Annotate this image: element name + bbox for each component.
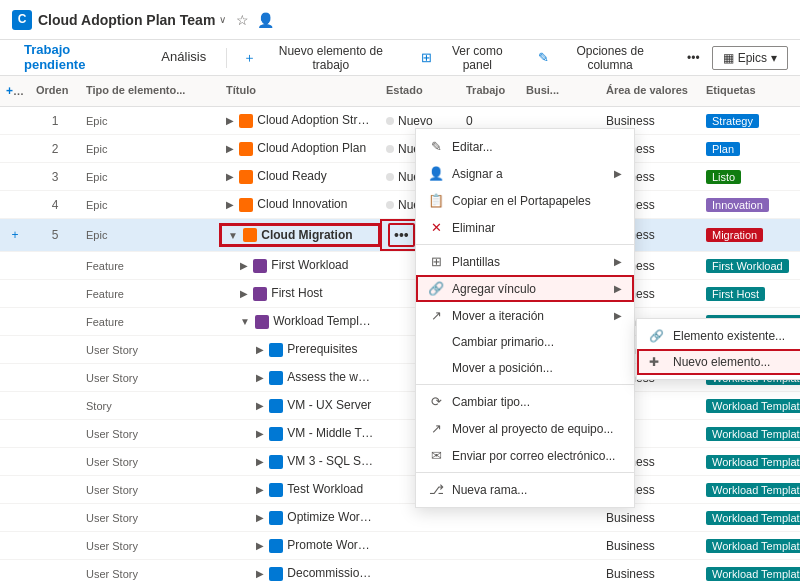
expand-icon[interactable]: ▶ xyxy=(256,512,264,523)
table-row[interactable]: User Story ▶ VM 3 - SQL Server Business … xyxy=(0,448,800,476)
expand-icon[interactable]: ▶ xyxy=(240,260,248,271)
row-title: ▶ Cloud Innovation xyxy=(220,195,380,214)
team-chevron-icon[interactable]: ∨ xyxy=(219,14,226,25)
table-row[interactable]: User Story ▶ VM - Middle Tier Workload T… xyxy=(0,420,800,448)
story-icon xyxy=(269,343,283,357)
menu-new-branch[interactable]: ⎇ Nueva rama... xyxy=(416,476,634,503)
table-row[interactable]: 2 Epic ▶ Cloud Adoption Plan Nuevo 0 Bus… xyxy=(0,135,800,163)
row-status xyxy=(380,516,460,520)
row-order xyxy=(30,376,80,380)
more-options-button[interactable]: ••• xyxy=(679,47,708,69)
submenu-new-element[interactable]: ✚ Nuevo elemento... xyxy=(637,349,800,375)
expand-icon[interactable]: ▶ xyxy=(256,428,264,439)
menu-send-email[interactable]: ✉ Enviar por correo electrónico... xyxy=(416,442,634,469)
menu-change-type[interactable]: ⟳ Cambiar tipo... xyxy=(416,388,634,415)
column-options-button[interactable]: ✎ Opciones de columna xyxy=(530,40,675,76)
expand-icon[interactable]: ▶ xyxy=(256,484,264,495)
table-row[interactable]: Story ▶ VM - UX Server Workload Template xyxy=(0,392,800,420)
expand-icon[interactable]: ▶ xyxy=(256,400,264,411)
row-tag: Innovation xyxy=(700,196,800,214)
tab-trabajo-pendiente[interactable]: Trabajo pendiente xyxy=(12,36,145,80)
menu-move-iteration[interactable]: ↗ Mover a iteración ▶ xyxy=(416,302,634,329)
row-type: User Story xyxy=(80,482,220,498)
epics-button[interactable]: ▦ Epics ▾ xyxy=(712,46,788,70)
table-row[interactable]: User Story ▶ Promote Workload Business W… xyxy=(0,532,800,560)
view-as-panel-label: Ver como panel xyxy=(436,44,518,72)
expand-icon[interactable]: ▶ xyxy=(226,115,234,126)
story-icon xyxy=(269,511,283,525)
menu-templates[interactable]: ⊞ Plantillas ▶ xyxy=(416,248,634,275)
move-proj-icon: ↗ xyxy=(428,421,444,436)
context-menu-trigger[interactable]: ••• xyxy=(388,223,415,247)
change-type-icon: ⟳ xyxy=(428,394,444,409)
row-tag: Strategy xyxy=(700,112,800,130)
menu-move-project-label: Mover al proyecto de equipo... xyxy=(452,422,613,436)
tab-analisis[interactable]: Análisis xyxy=(149,43,218,72)
row-actions xyxy=(0,348,30,352)
expand-icon[interactable]: ▶ xyxy=(256,540,264,551)
row-actions xyxy=(0,264,30,268)
row-tag: Workload Template xyxy=(700,481,800,499)
expand-icon[interactable]: ▶ xyxy=(226,171,234,182)
table-row-cloud-migration[interactable]: + 5 Epic ▼ Cloud Migration ••• Nuevo 0 B… xyxy=(0,219,800,252)
expand-icon[interactable]: ▼ xyxy=(240,316,250,327)
row-title-migration: ▼ Cloud Migration xyxy=(220,224,380,247)
table-row[interactable]: Feature ▶ First Host Business First Host xyxy=(0,280,800,308)
expand-icon[interactable]: ▼ xyxy=(228,230,238,241)
toolbar-right: ▦ Epics ▾ xyxy=(712,46,788,70)
table-row[interactable]: 1 Epic ▶ Cloud Adoption Strategy Nuevo 0… xyxy=(0,107,800,135)
row-actions xyxy=(0,147,30,151)
expand-icon[interactable]: ▶ xyxy=(226,199,234,210)
row-type: Feature xyxy=(80,286,220,302)
row-order xyxy=(30,348,80,352)
story-icon xyxy=(269,371,283,385)
menu-send-email-label: Enviar por correo electrónico... xyxy=(452,449,615,463)
expand-icon[interactable]: ▶ xyxy=(256,568,264,579)
table-row[interactable]: 3 Epic ▶ Cloud Ready Nuevo 0 Business Li… xyxy=(0,163,800,191)
row-order: 5 xyxy=(30,226,80,244)
col-title: Título xyxy=(220,80,380,102)
menu-change-primary-label: Cambiar primario... xyxy=(452,335,554,349)
col-work: Trabajo xyxy=(460,80,520,102)
table-row[interactable]: 4 Epic ▶ Cloud Innovation Nuevo 0 Busine… xyxy=(0,191,800,219)
new-work-item-button[interactable]: ＋ Nuevo elemento de trabajo xyxy=(235,40,409,76)
add-icon[interactable]: + xyxy=(6,84,24,98)
view-as-panel-button[interactable]: ⊞ Ver como panel xyxy=(413,40,526,76)
submenu-existing-element[interactable]: 🔗 Elemento existente... xyxy=(637,323,800,349)
table-row[interactable]: Feature ▶ First Workload Business First … xyxy=(0,252,800,280)
table-row[interactable]: User Story ▶ Optimize Workload Assets Bu… xyxy=(0,504,800,532)
expand-icon[interactable]: ▶ xyxy=(256,372,264,383)
row-type: User Story xyxy=(80,538,220,554)
epic-icon xyxy=(239,170,253,184)
table-row[interactable]: User Story ▶ Test Workload Business Work… xyxy=(0,476,800,504)
row-type: User Story xyxy=(80,370,220,386)
user-settings-icon[interactable]: 👤 xyxy=(257,12,274,28)
existing-link-icon: 🔗 xyxy=(649,329,665,343)
table-row[interactable]: User Story ▶ Decommission Retired Assets… xyxy=(0,560,800,583)
menu-delete[interactable]: ✕ Eliminar xyxy=(416,214,634,241)
menu-move-project[interactable]: ↗ Mover al proyecto de equipo... xyxy=(416,415,634,442)
row-actions xyxy=(0,175,30,179)
row-area: Business xyxy=(600,509,700,527)
expand-icon[interactable]: ▶ xyxy=(226,143,234,154)
row-title: ▼ Workload Template xyxy=(220,312,380,331)
menu-add-link[interactable]: 🔗 Agregar vínculo ▶ xyxy=(416,275,634,302)
row-work: 0 xyxy=(460,112,520,130)
expand-icon[interactable]: ▶ xyxy=(240,288,248,299)
epics-label: Epics xyxy=(738,51,767,65)
expand-icon[interactable]: ▶ xyxy=(256,344,264,355)
menu-edit[interactable]: ✎ Editar... xyxy=(416,133,634,160)
row-add-child[interactable]: + xyxy=(0,226,30,244)
submenu-arrow-icon: ▶ xyxy=(614,310,622,321)
menu-copy[interactable]: 📋 Copiar en el Portapapeles xyxy=(416,187,634,214)
row-tag: Workload Template xyxy=(700,565,800,583)
row-business xyxy=(520,516,600,520)
favorite-star-icon[interactable]: ☆ xyxy=(236,12,249,28)
expand-icon[interactable]: ▶ xyxy=(256,456,264,467)
menu-assign[interactable]: 👤 Asignar a ▶ xyxy=(416,160,634,187)
menu-change-primary[interactable]: Cambiar primario... xyxy=(416,329,634,355)
new-work-item-label: Nuevo elemento de trabajo xyxy=(260,44,401,72)
row-business xyxy=(520,544,600,548)
row-title: ▶ Promote Workload xyxy=(220,536,380,555)
menu-move-position[interactable]: Mover a posición... xyxy=(416,355,634,381)
